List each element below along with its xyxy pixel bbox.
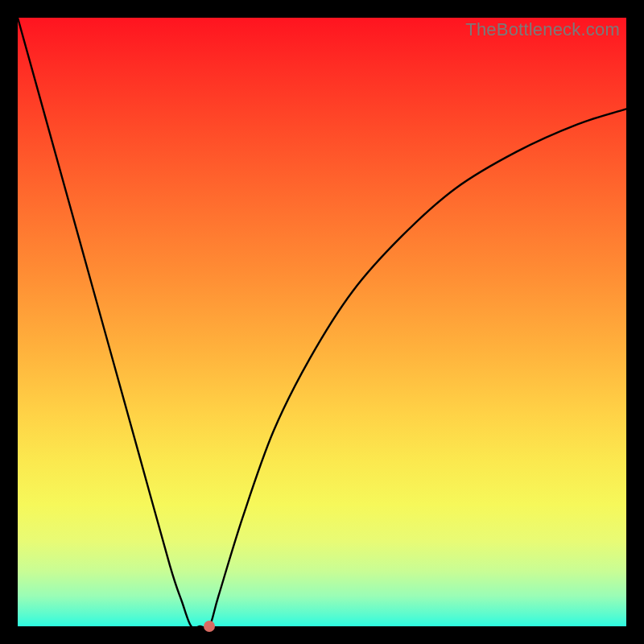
chart-frame: TheBottleneck.com [0,0,644,644]
optimal-point-marker [204,621,215,632]
plot-area: TheBottleneck.com [18,18,626,626]
bottleneck-curve [18,18,626,626]
